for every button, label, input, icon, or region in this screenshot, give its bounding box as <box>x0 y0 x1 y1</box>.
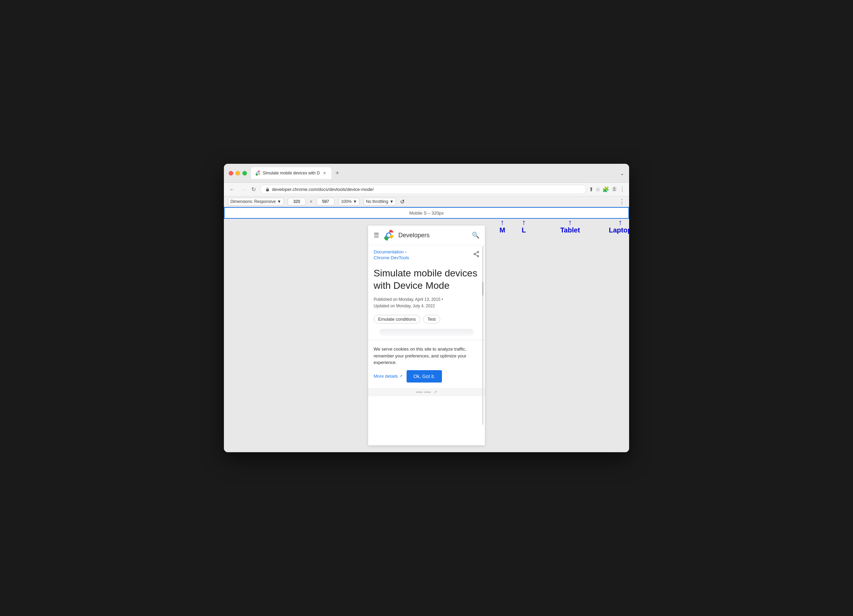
back-button[interactable]: ← <box>228 185 236 194</box>
close-traffic-light[interactable] <box>229 171 233 176</box>
extension-icon[interactable]: 🧩 <box>602 186 609 193</box>
breadcrumb-links: Documentation › Chrome DevTools <box>373 249 409 260</box>
breadcrumb-area: Documentation › Chrome DevTools <box>368 245 485 263</box>
traffic-lights <box>229 171 247 176</box>
laptop-arrow: ↑ Laptop <box>609 219 629 234</box>
nav-bar: ← → ↻ developer.chrome.com/docs/devtools… <box>224 183 629 196</box>
tab-close-button[interactable]: × <box>322 170 327 176</box>
breadcrumb-sublink[interactable]: Chrome DevTools <box>373 255 409 260</box>
more-details-link[interactable]: More details ↗ <box>373 373 402 380</box>
cookie-actions: More details ↗ Ok, Got it. <box>373 370 480 382</box>
svg-rect-3 <box>266 189 269 191</box>
tablet-label: Tablet <box>560 226 580 234</box>
tab-title: Simulate mobile devices with D <box>263 171 320 176</box>
breadcrumb-sublink-text: Chrome DevTools <box>373 255 409 260</box>
dimensions-label: Dimensions: Responsive <box>231 199 276 204</box>
maximize-traffic-light[interactable] <box>243 171 247 176</box>
tag-test[interactable]: Test <box>423 315 440 323</box>
mobile-m-arrow: ↑ M <box>499 219 505 234</box>
svg-point-2 <box>257 172 259 174</box>
title-bar: Simulate mobile devices with D × + ⌄ <box>224 164 629 183</box>
article-content: Simulate mobile devices with Device Mode… <box>368 263 485 340</box>
width-input[interactable] <box>288 198 306 205</box>
external-link-icon: ↗ <box>399 373 402 379</box>
developers-brand-text: Developers <box>398 232 430 239</box>
dimensions-arrow-icon: ▼ <box>277 199 281 204</box>
dimensions-dropdown[interactable]: Dimensions: Responsive ▼ <box>228 198 284 205</box>
search-icon[interactable]: 🔍 <box>472 231 480 239</box>
throttle-dropdown[interactable]: No throttling ▼ <box>364 198 396 205</box>
share-page-icon[interactable] <box>473 251 480 259</box>
lock-icon <box>265 187 270 192</box>
mobile-l-arrow: ↑ L <box>522 219 526 234</box>
tablet-arrow: ↑ Tablet <box>560 219 580 234</box>
svg-point-9 <box>477 251 479 253</box>
url-text: developer.chrome.com/docs/devtools/devic… <box>272 187 581 192</box>
page-footer-bar: ↗ <box>368 388 485 396</box>
browser-window: Simulate mobile devices with D × + ⌄ ← →… <box>224 164 629 452</box>
resize-handle-icon[interactable]: ↗ <box>434 390 437 394</box>
bookmark-icon[interactable]: ☆ <box>595 186 600 193</box>
throttle-label: No throttling <box>366 199 389 204</box>
rotate-icon[interactable]: ↺ <box>400 199 405 205</box>
simulated-page: ☰ Developers 🔍 <box>368 226 485 445</box>
mobile-l-label: L <box>522 226 526 234</box>
device-bar-label: Mobile S – 320px <box>409 211 444 215</box>
content-area: ↑ M ↑ L ↑ Tablet ↑ Laptop <box>224 219 629 452</box>
svg-line-12 <box>475 252 477 254</box>
window-control-chevron[interactable]: ⌄ <box>620 170 624 176</box>
published-date: Published on Monday, April 13, 2015 • <box>373 296 480 303</box>
new-tab-button[interactable]: + <box>333 168 342 178</box>
address-bar[interactable]: developer.chrome.com/docs/devtools/devic… <box>260 185 586 194</box>
tabs-area: Simulate mobile devices with D × + <box>251 167 616 179</box>
page-header-left: ☰ Developers <box>373 230 430 241</box>
cookie-banner: We serve cookies on this site to analyze… <box>368 340 485 388</box>
share-icon[interactable]: ⬆ <box>589 186 593 193</box>
mobile-m-label: M <box>499 226 505 234</box>
svg-point-8 <box>387 234 390 237</box>
scrollbar-thumb[interactable] <box>482 282 484 296</box>
article-dates: Published on Monday, April 13, 2015 • Up… <box>373 296 480 310</box>
laptop-label: Laptop <box>609 226 629 234</box>
minimize-traffic-light[interactable] <box>235 171 240 176</box>
devtools-more-icon[interactable]: ⋮ <box>619 198 625 205</box>
chrome-logo-icon <box>383 230 394 241</box>
more-options-icon[interactable]: ⋮ <box>619 186 625 193</box>
svg-line-13 <box>475 255 477 256</box>
scrollbar[interactable] <box>482 246 484 425</box>
breadcrumb-doc-link[interactable]: Documentation › <box>373 249 409 255</box>
zoom-arrow-icon: ▼ <box>353 199 357 204</box>
height-input[interactable] <box>317 198 334 205</box>
breadcrumb-chevron-icon: › <box>405 249 406 255</box>
tag-emulate[interactable]: Emulate conditions <box>373 315 420 323</box>
arrow-up-l-icon: ↑ <box>522 219 526 226</box>
updated-date: Updated on Monday, July 4, 2022 <box>373 303 480 310</box>
arrow-up-tablet-icon: ↑ <box>568 219 572 226</box>
reload-button[interactable]: ↻ <box>250 185 257 194</box>
svg-point-5 <box>614 187 615 189</box>
multiply-sign: × <box>310 199 313 204</box>
article-title: Simulate mobile devices with Device Mode <box>373 267 480 292</box>
forward-button[interactable]: → <box>239 185 247 194</box>
footer-drag-handle-icon <box>416 392 431 393</box>
page-header: ☰ Developers 🔍 <box>368 226 485 245</box>
throttle-arrow-icon: ▼ <box>389 199 393 204</box>
arrow-up-m-icon: ↑ <box>500 219 504 226</box>
profile-icon[interactable] <box>611 186 618 193</box>
zoom-dropdown[interactable]: 100% ▼ <box>338 198 360 205</box>
devtools-toolbar: Dimensions: Responsive ▼ × 100% ▼ No thr… <box>224 196 629 207</box>
arrow-up-laptop-icon: ↑ <box>618 219 622 226</box>
browser-tab[interactable]: Simulate mobile devices with D × <box>251 167 331 179</box>
chrome-favicon <box>255 170 261 176</box>
hamburger-menu-icon[interactable]: ☰ <box>373 231 379 239</box>
nav-icons: ⬆ ☆ 🧩 ⋮ <box>589 186 625 193</box>
breadcrumb-doc-text: Documentation <box>373 249 404 255</box>
cookie-text: We serve cookies on this site to analyze… <box>373 346 480 366</box>
svg-point-10 <box>477 255 479 257</box>
ok-got-it-button[interactable]: Ok, Got it. <box>407 370 442 382</box>
zoom-label: 100% <box>341 199 352 204</box>
device-bar: Mobile S – 320px <box>224 207 629 219</box>
tags-area: Emulate conditions Test <box>373 315 480 323</box>
partial-content-block <box>379 329 474 336</box>
svg-point-11 <box>474 253 475 255</box>
